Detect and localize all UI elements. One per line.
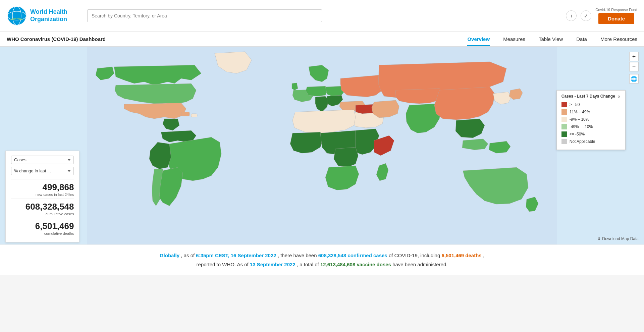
map-container[interactable]: + − 🌐 Cases - Last 7 Days Change × >= 50… <box>0 47 644 244</box>
cumulative-cases-label: cumulative cases <box>11 212 74 216</box>
info-icon: i <box>571 13 572 18</box>
who-logo-icon <box>7 6 27 26</box>
cumulative-cases-number: 608,328,548 <box>11 202 74 212</box>
footer-line1: Globally , as of 6:35pm CEST, 16 Septemb… <box>7 251 637 260</box>
legend-label-1: >= 50 <box>570 102 580 107</box>
nav-bar: WHO Coronavirus (COVID-19) Dashboard Ove… <box>0 32 644 47</box>
zoom-controls: + − 🌐 <box>629 52 639 84</box>
footer-reported: reported to WHO. As of <box>197 262 250 267</box>
header-icons: i ⤢ Covid-19 Response Fund Donate <box>566 8 637 24</box>
metric-dropdown[interactable]: Cases <box>11 156 74 164</box>
donate-area: Covid-19 Response Fund Donate <box>595 8 637 24</box>
covid-fund-label: Covid-19 Response Fund <box>595 8 637 12</box>
donate-button[interactable]: Donate <box>598 13 634 24</box>
legend-title: Cases - Last 7 Days Change <box>561 94 615 99</box>
legend-item-6: Not Applicable <box>561 139 621 144</box>
footer-date2: 13 September 2022 <box>250 262 296 267</box>
footer-confirmed-cases: 608,328,548 confirmed cases <box>318 253 387 258</box>
download-icon: ⬇ <box>597 236 601 241</box>
nav-data[interactable]: Data <box>576 32 587 46</box>
cumulative-deaths-number: 6,501,469 <box>11 221 74 231</box>
legend-label-3: -9% – 10% <box>570 117 589 122</box>
legend-color-3 <box>561 117 567 122</box>
footer-comma: , <box>483 253 484 258</box>
globally-text: Globally <box>160 253 179 258</box>
legend-color-5 <box>561 131 567 137</box>
nav-table-view[interactable]: Table View <box>539 32 563 46</box>
nav-overview[interactable]: Overview <box>467 32 490 46</box>
footer-date: 6:35pm CEST, 16 September 2022 <box>196 253 276 258</box>
legend-label-5: <= -50% <box>570 132 585 136</box>
legend-item-2: 11% – 49% <box>561 109 621 115</box>
nav-links: Overview Measures Table View Data More R… <box>467 32 637 46</box>
legend-item-3: -9% – 10% <box>561 117 621 122</box>
svg-rect-6 <box>191 114 197 117</box>
footer-total: , a total of <box>297 262 320 267</box>
legend-item-1: >= 50 <box>561 102 621 107</box>
share-icon: ⤢ <box>584 13 588 18</box>
footer-line2: reported to WHO. As of 13 September 2022… <box>7 260 637 269</box>
download-map-button[interactable]: ⬇ Download Map Data <box>597 236 639 241</box>
footer-vaccine-doses: 12,613,484,608 vaccine doses <box>320 262 391 267</box>
org-name: World Health Organization <box>30 8 67 23</box>
legend-close-button[interactable]: × <box>618 94 621 99</box>
footer-deaths: 6,501,469 deaths <box>441 253 481 258</box>
logo-area: World Health Organization <box>7 6 80 26</box>
dashboard-title: WHO Coronavirus (COVID-19) Dashboard <box>7 36 106 42</box>
org-name-text: World Health Organization <box>30 8 67 23</box>
legend-panel: Cases - Last 7 Days Change × >= 50 11% –… <box>556 90 626 150</box>
legend-color-6 <box>561 139 567 144</box>
download-label: Download Map Data <box>602 236 639 241</box>
footer-text: Globally , as of 6:35pm CEST, 16 Septemb… <box>0 244 644 275</box>
legend-color-1 <box>561 102 567 107</box>
nav-more-resources[interactable]: More Resources <box>600 32 637 46</box>
new-cases-number: 499,868 <box>11 182 74 192</box>
new-cases-label: new cases in last 24hrs <box>11 192 74 197</box>
legend-label-6: Not Applicable <box>570 139 595 144</box>
header: World Health Organization i ⤢ Covid-19 R… <box>0 0 644 32</box>
footer-of-covid: of COVID-19, including <box>389 253 442 258</box>
legend-item-4: -49% – -10% <box>561 124 621 129</box>
footer-as-of: , as of <box>181 253 196 258</box>
share-button[interactable]: ⤢ <box>581 10 591 21</box>
legend-color-4 <box>561 124 567 129</box>
nav-measures[interactable]: Measures <box>503 32 525 46</box>
svg-rect-5 <box>181 112 190 116</box>
period-dropdown[interactable]: % change in last ... <box>11 167 74 175</box>
legend-label-4: -49% – -10% <box>570 124 593 129</box>
globe-icon: 🌐 <box>631 76 637 82</box>
search-input[interactable] <box>87 9 322 22</box>
zoom-in-button[interactable]: + <box>629 52 639 61</box>
legend-color-2 <box>561 109 567 115</box>
footer-administered: have been administered. <box>392 262 447 267</box>
cumulative-deaths-label: cumulative deaths <box>11 231 74 235</box>
legend-header: Cases - Last 7 Days Change × <box>561 94 621 99</box>
footer-there-have-been: , there have been <box>278 253 318 258</box>
main-content: + − 🌐 Cases - Last 7 Days Change × >= 50… <box>0 47 644 244</box>
stats-panel: Cases % change in last ... 499,868 new c… <box>5 151 79 242</box>
info-button[interactable]: i <box>566 10 577 21</box>
legend-label-2: 11% – 49% <box>570 110 590 114</box>
zoom-out-button[interactable]: − <box>629 62 639 71</box>
globe-button[interactable]: 🌐 <box>629 74 639 84</box>
legend-item-5: <= -50% <box>561 131 621 137</box>
world-map[interactable] <box>0 47 644 244</box>
